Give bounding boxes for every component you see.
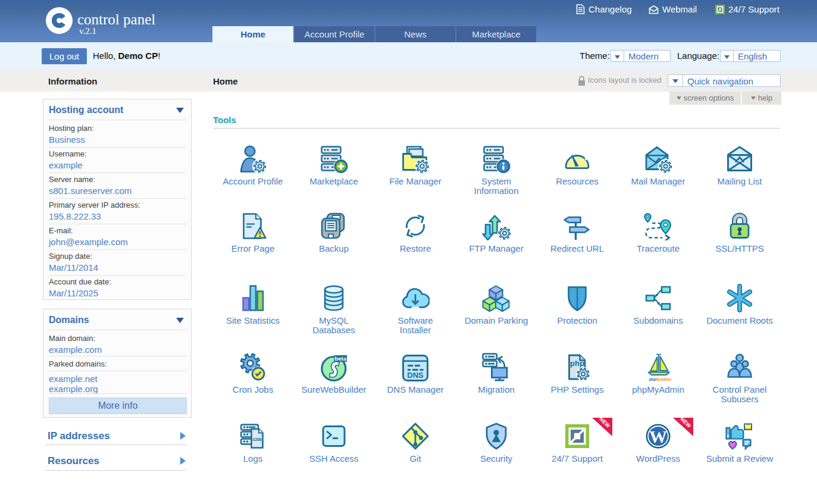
svg-text:php: php — [570, 359, 584, 368]
svg-text:DNS: DNS — [407, 371, 424, 380]
svg-text:W: W — [649, 427, 667, 446]
svg-text:LOGS: LOGS — [253, 437, 262, 442]
svg-text:beta: beta — [334, 355, 346, 362]
svg-text:phpMyAdmin: phpMyAdmin — [649, 377, 671, 382]
